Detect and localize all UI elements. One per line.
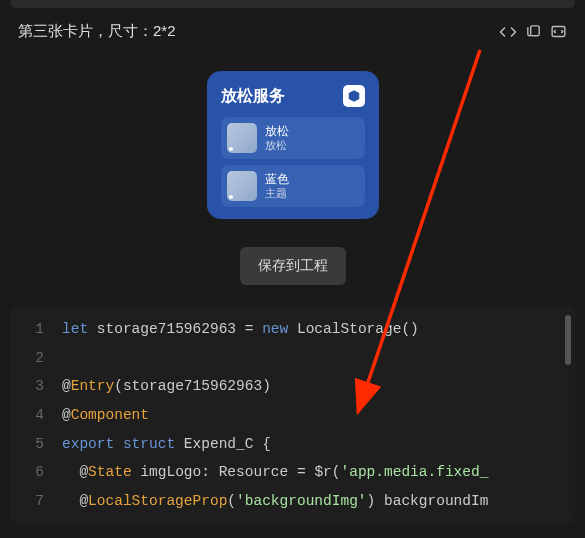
header-title: 第三张卡片，尺寸：2*2 — [18, 22, 176, 41]
item-text: 蓝色 主题 — [265, 173, 289, 199]
code-content: let storage715962963 = new LocalStorage(… — [62, 317, 419, 342]
card-item[interactable]: 放松 放松 — [221, 117, 365, 159]
line-number: 3 — [10, 374, 62, 399]
code-content: export struct Expend_C { — [62, 432, 271, 457]
header-bar: 第三张卡片，尺寸：2*2 — [0, 8, 585, 51]
thumbnail-icon — [227, 123, 257, 153]
save-button[interactable]: 保存到工程 — [240, 247, 346, 285]
expand-icon[interactable] — [550, 23, 567, 40]
code-line[interactable]: 2 — [10, 344, 575, 373]
code-line[interactable]: 5export struct Expend_C { — [10, 430, 575, 459]
top-panel-edge — [10, 0, 575, 8]
card-logo-icon — [343, 85, 365, 107]
item-sublabel: 主题 — [265, 187, 289, 200]
line-number: 4 — [10, 403, 62, 428]
item-sublabel: 放松 — [265, 139, 289, 152]
svg-rect-0 — [531, 26, 540, 36]
line-number: 1 — [10, 317, 62, 342]
item-text: 放松 放松 — [265, 125, 289, 151]
code-content: @LocalStorageProp('backgroundImg') backg… — [62, 489, 488, 514]
line-number: 6 — [10, 460, 62, 485]
code-content: @State imgLogo: Resource = $r('app.media… — [62, 460, 488, 485]
line-number: 5 — [10, 432, 62, 457]
code-line[interactable]: 4@Component — [10, 401, 575, 430]
line-number: 7 — [10, 489, 62, 514]
code-editor[interactable]: 1let storage715962963 = new LocalStorage… — [10, 307, 575, 523]
scrollbar[interactable] — [565, 315, 571, 365]
code-content: @Entry(storage715962963) — [62, 374, 271, 399]
item-label: 蓝色 — [265, 173, 289, 187]
item-label: 放松 — [265, 125, 289, 139]
card-header: 放松服务 — [221, 85, 365, 107]
code-line[interactable]: 6 @State imgLogo: Resource = $r('app.med… — [10, 458, 575, 487]
widget-card: 放松服务 放松 放松 蓝色 主题 — [207, 71, 379, 219]
code-icon[interactable] — [499, 23, 517, 41]
line-number: 2 — [10, 346, 62, 371]
card-item[interactable]: 蓝色 主题 — [221, 165, 365, 207]
header-icons — [499, 23, 567, 41]
code-line[interactable]: 3@Entry(storage715962963) — [10, 372, 575, 401]
copy-icon[interactable] — [525, 23, 542, 40]
card-title: 放松服务 — [221, 86, 285, 107]
code-line[interactable]: 1let storage715962963 = new LocalStorage… — [10, 315, 575, 344]
thumbnail-icon — [227, 171, 257, 201]
code-content: @Component — [62, 403, 149, 428]
preview-area: 放松服务 放松 放松 蓝色 主题 保存到工程 — [0, 51, 585, 301]
code-line[interactable]: 7 @LocalStorageProp('backgroundImg') bac… — [10, 487, 575, 516]
